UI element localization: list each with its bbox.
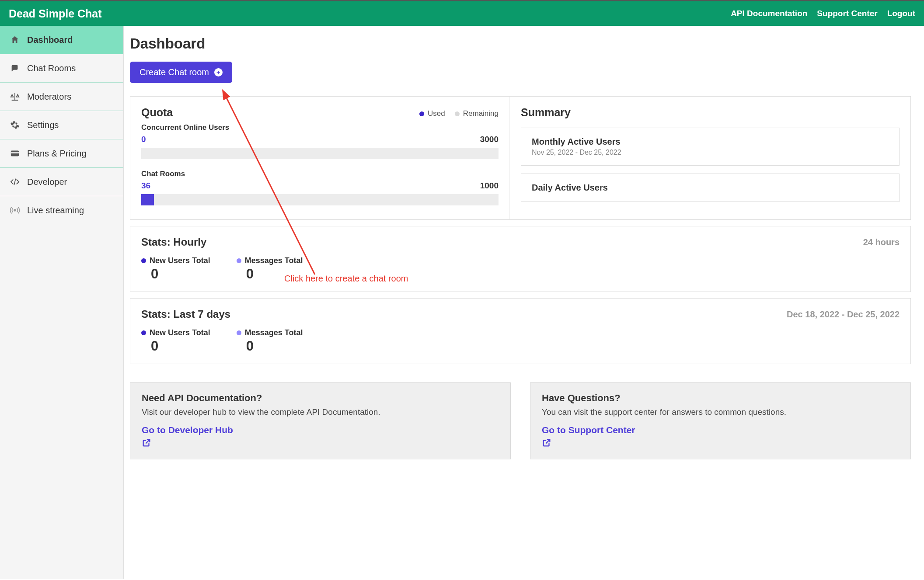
support-body: You can visit the support center for ans… (542, 407, 899, 417)
sidebar-item-moderators[interactable]: Moderators (0, 83, 123, 111)
support-card: Have Questions? You can visit the suppor… (530, 382, 911, 459)
stats-7d-messages-value: 0 (246, 338, 303, 354)
api-doc-title: Need API Documentation? (142, 392, 499, 404)
stats-7d-card: Stats: Last 7 days Dec 18, 2022 - Dec 25… (130, 298, 911, 364)
api-documentation-link[interactable]: API Documentation (731, 9, 807, 18)
chat-icon (10, 63, 20, 73)
metric-chatrooms-fill (141, 194, 154, 205)
create-button-label: Create Chat room (139, 67, 209, 77)
plus-icon: + (214, 68, 223, 76)
sidebar-item-label: Moderators (27, 92, 71, 102)
summary-daily-title: Daily Active Users (532, 183, 889, 193)
metric-concurrent-max: 3000 (480, 135, 499, 144)
stats-7d-newusers-label: New Users Total (150, 328, 210, 337)
sidebar-item-label: Live streaming (27, 205, 84, 215)
svg-rect-1 (11, 152, 19, 153)
brand-title: Dead Simple Chat (9, 7, 102, 20)
stats-hourly-period: 24 hours (863, 237, 900, 247)
summary-heading: Summary (521, 106, 900, 119)
summary-daily-box[interactable]: Daily Active Users (521, 174, 900, 202)
metric-concurrent-bar (141, 148, 499, 159)
stats-hourly-newusers-value: 0 (151, 266, 210, 282)
stats-hourly-card: Stats: Hourly 24 hours New Users Total 0… (130, 226, 911, 292)
summary-monthly-title: Monthly Active Users (532, 137, 889, 147)
annotation-text: Click here to create a chat room (284, 274, 408, 284)
sidebar: Dashboard Chat Rooms Moderators Settings… (0, 26, 124, 579)
topbar: Dead Simple Chat API Documentation Suppo… (0, 1, 924, 26)
stats-7d-messages-label: Messages Total (245, 328, 303, 337)
sidebar-item-plans-pricing[interactable]: Plans & Pricing (0, 139, 123, 168)
used-dot-icon (419, 111, 424, 116)
page-title: Dashboard (130, 35, 911, 52)
external-link-icon (542, 438, 899, 449)
gear-icon (10, 120, 20, 130)
support-title: Have Questions? (542, 392, 899, 404)
stats-7d-newusers-value: 0 (151, 338, 210, 354)
summary-monthly-box[interactable]: Monthly Active Users Nov 25, 2022 - Dec … (521, 128, 900, 166)
legend-remaining-label: Remaining (463, 109, 499, 118)
legend-used-label: Used (428, 109, 445, 118)
home-icon (10, 35, 20, 45)
stats-7d-period: Dec 18, 2022 - Dec 25, 2022 (787, 309, 900, 320)
stats-hourly-messages-label: Messages Total (245, 256, 303, 265)
logout-link[interactable]: Logout (887, 9, 915, 18)
metric-chatrooms-label: Chat Rooms (141, 170, 499, 178)
dot-icon (141, 330, 146, 335)
sidebar-item-live-streaming[interactable]: Live streaming (0, 196, 123, 224)
scales-icon (10, 91, 20, 102)
sidebar-item-developer[interactable]: Developer (0, 168, 123, 196)
sidebar-item-settings[interactable]: Settings (0, 111, 123, 139)
sidebar-item-label: Plans & Pricing (27, 149, 87, 159)
sidebar-item-label: Chat Rooms (27, 63, 76, 73)
summary-monthly-range: Nov 25, 2022 - Dec 25, 2022 (532, 149, 889, 156)
stats-hourly-heading: Stats: Hourly (141, 236, 206, 248)
api-doc-card: Need API Documentation? Visit our develo… (130, 382, 511, 459)
metric-chatrooms-bar (141, 194, 499, 205)
sidebar-item-chat-rooms[interactable]: Chat Rooms (0, 54, 123, 83)
card-icon (10, 148, 20, 159)
summary-card: Summary Monthly Active Users Nov 25, 202… (510, 97, 910, 219)
quota-card: Quota Used Remaining Concurrent Online U… (130, 97, 510, 219)
api-doc-body: Visit our developer hub to view the comp… (142, 407, 499, 417)
remaining-dot-icon (455, 111, 460, 116)
sidebar-item-dashboard[interactable]: Dashboard (0, 26, 123, 54)
support-center-link[interactable]: Support Center (817, 9, 877, 18)
stats-hourly-newusers-label: New Users Total (150, 256, 210, 265)
create-chat-room-button[interactable]: Create Chat room + (130, 62, 232, 83)
go-to-support-center-link[interactable]: Go to Support Center (542, 425, 899, 435)
metric-concurrent-current: 0 (141, 135, 146, 144)
main-content: Dashboard Create Chat room + Quota Used … (124, 26, 924, 579)
metric-chatrooms-max: 1000 (480, 181, 499, 191)
sidebar-item-label: Dashboard (27, 35, 73, 45)
sidebar-item-label: Developer (27, 177, 67, 187)
stats-7d-heading: Stats: Last 7 days (141, 308, 230, 320)
sidebar-item-label: Settings (27, 120, 59, 130)
code-icon (10, 177, 20, 187)
go-to-developer-hub-link[interactable]: Go to Developer Hub (142, 425, 499, 435)
top-links: API Documentation Support Center Logout (731, 9, 915, 18)
dot-icon (141, 258, 146, 263)
dot-icon (237, 258, 241, 263)
metric-concurrent-label: Concurrent Online Users (141, 123, 499, 132)
quota-legend: Used Remaining (141, 109, 499, 118)
svg-point-2 (14, 209, 16, 211)
dot-icon (237, 330, 241, 335)
external-link-icon (142, 438, 499, 449)
broadcast-icon (10, 205, 20, 215)
metric-chatrooms-current: 36 (141, 181, 150, 191)
